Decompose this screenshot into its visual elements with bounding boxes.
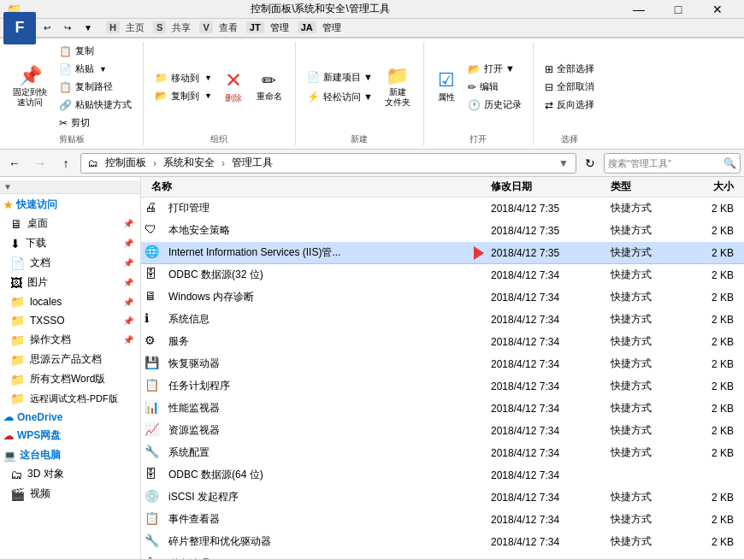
file-size: 2 KB [681, 536, 741, 548]
col-size-header[interactable]: 大小 [681, 180, 741, 194]
file-row[interactable]: ⚙服务2018/4/12 7:34快捷方式2 KB [141, 331, 744, 353]
paste-button[interactable]: 📄 粘贴 ▼ [55, 60, 136, 78]
col-type-header[interactable]: 类型 [604, 180, 681, 194]
move-to-button[interactable]: 📁 移动到 ▼ [151, 69, 216, 87]
sidebar-item-3d[interactable]: 🗂 3D 对象 [0, 464, 140, 484]
file-type: 快捷方式 [604, 401, 681, 416]
file-row[interactable]: 🛡本地安全策略2018/4/12 7:35快捷方式2 KB [141, 220, 744, 242]
sidebar-item-documents[interactable]: 📄 文档 📌 [0, 253, 140, 273]
sidebar-item-word-docs[interactable]: 📁 所有文档Word版 [0, 369, 140, 389]
copy-to-button[interactable]: 📂 复制到 ▼ [151, 87, 216, 105]
share-label-qat: S 共享 [153, 21, 191, 34]
maximize-button[interactable]: □ [658, 0, 698, 19]
properties-button[interactable]: ☑ 属性 [431, 63, 462, 111]
new-item-icon: 📄 [307, 71, 320, 83]
documents-label: 文档 [30, 256, 50, 270]
search-input[interactable] [608, 158, 722, 168]
3d-icon: 🗂 [10, 468, 22, 481]
new-item-button[interactable]: 📄 新建项目 ▼ [303, 68, 377, 86]
file-type: 快捷方式 [604, 534, 681, 549]
file-row[interactable]: 🖨打印管理2018/4/12 7:35快捷方式2 KB [141, 197, 744, 220]
badge-h: H [106, 21, 120, 33]
file-row[interactable]: 💾恢复驱动器2018/4/12 7:34快捷方式2 KB [141, 353, 744, 375]
back-button[interactable]: ← [3, 152, 26, 174]
refresh-button[interactable]: ↻ [580, 153, 600, 174]
up-button[interactable]: ↑ [55, 152, 77, 174]
open-icon: 📂 [468, 63, 481, 75]
paste-shortcut-button[interactable]: 🔗 粘贴快捷方式 [55, 96, 136, 114]
this-pc-label: 这台电脑 [20, 448, 61, 463]
forward-button[interactable]: → [29, 152, 51, 174]
file-row[interactable]: 🗄ODBC 数据源(64 位)2018/4/12 7:34 [141, 464, 744, 486]
file-date: 2018/4/12 7:34 [484, 269, 604, 281]
file-row[interactable]: 🔧系统配置2018/4/12 7:34快捷方式2 KB [141, 442, 744, 464]
path-system-security[interactable]: 系统和安全 [160, 154, 218, 172]
file-row[interactable]: 🔧碎片整理和优化驱动器2018/4/12 7:34快捷方式2 KB [141, 531, 744, 553]
path-manage-tools[interactable]: 管理工具 [228, 154, 276, 172]
sidebar-item-txsso[interactable]: 📁 TXSSO 📌 [0, 311, 140, 330]
edit-label: 编辑 [480, 80, 499, 93]
sidebar-collapse[interactable]: ▼ [3, 182, 12, 192]
cut-button[interactable]: ✂ 剪切 [55, 114, 136, 132]
new-folder-button[interactable]: 📁 新建文件夹 [379, 62, 416, 112]
pin-button[interactable]: 📌 固定到快速访问 [7, 62, 53, 112]
minimize-button[interactable]: — [619, 0, 658, 19]
select-all-button[interactable]: ⊞ 全部选择 [540, 60, 599, 78]
open-btn[interactable]: 📂 打开 ▼ [464, 60, 526, 78]
history-button[interactable]: 🕐 历史记录 [464, 96, 526, 114]
quick-access-label: H 主页 [106, 21, 145, 34]
sidebar-item-siyuan[interactable]: 📁 思源云产品文档 [0, 350, 140, 369]
file-row[interactable]: 📈资源监视器2018/4/12 7:34快捷方式2 KB [141, 420, 744, 442]
col-date-header[interactable]: 修改日期 [484, 180, 604, 194]
open-buttons: ☑ 属性 📂 打开 ▼ ✏ 编辑 🕐 历史记录 [431, 42, 526, 132]
copy-path-button[interactable]: 📋 复制路径 [55, 78, 136, 96]
file-row[interactable]: 🗄ODBC 数据源(32 位)2018/4/12 7:34快捷方式2 KB [141, 264, 744, 286]
quick-access-header[interactable]: ★ 快速访问 [0, 194, 140, 214]
wps-header[interactable]: ☁ WPS网盘 [0, 425, 140, 445]
sidebar-item-pictures[interactable]: 🖼 图片 📌 [0, 273, 140, 292]
sidebar-item-downloads[interactable]: ⬇ 下载 📌 [0, 233, 140, 253]
file-row[interactable]: 📋任务计划程序2018/4/12 7:34快捷方式2 KB [141, 375, 744, 398]
sidebar-item-desktop[interactable]: 🖥 桌面 📌 [0, 214, 140, 233]
close-button[interactable]: ✕ [698, 0, 737, 19]
copy-button[interactable]: 📋 复制 [55, 42, 136, 60]
file-name: iSCSI 发起程序 [165, 490, 484, 504]
sidebar-item-locales[interactable]: 📁 locales 📌 [0, 292, 140, 311]
file-menu-button[interactable]: F [3, 12, 36, 44]
copy-to-icon: 📂 [155, 90, 168, 102]
properties-icon: ☑ [438, 71, 455, 90]
file-row[interactable]: 📋事件查看器2018/4/12 7:34快捷方式2 KB [141, 509, 744, 531]
file-row[interactable]: 🗑磁盘清理2018/4/12 7:34 [141, 553, 744, 559]
file-name: 系统信息 [165, 312, 484, 327]
easy-access-button[interactable]: ⚡ 轻松访问 ▼ [303, 88, 377, 106]
title-bar-controls: — □ ✕ [619, 0, 737, 19]
file-row[interactable]: ℹ系统信息2018/4/12 7:34快捷方式2 KB [141, 309, 744, 331]
delete-button[interactable]: ✕ 删除 [218, 63, 249, 111]
onedrive-header[interactable]: ☁ OneDrive [0, 408, 140, 425]
file-row[interactable]: 💿iSCSI 发起程序2018/4/12 7:34快捷方式2 KB [141, 486, 744, 509]
edit-button[interactable]: ✏ 编辑 [464, 78, 526, 96]
rename-button[interactable]: ✏ 重命名 [251, 63, 288, 111]
qat-dropdown[interactable]: ▼ [79, 20, 97, 37]
sidebar-item-remote-docs[interactable]: 📁 远程调试文档-PDF版 [0, 389, 140, 408]
file-size: 2 KB [681, 425, 741, 437]
file-row[interactable]: 📊性能监视器2018/4/12 7:34快捷方式2 KB [141, 398, 744, 420]
file-type: 快捷方式 [604, 379, 681, 393]
file-row[interactable]: 🖥Windows 内存诊断2018/4/12 7:34快捷方式2 KB [141, 286, 744, 309]
file-row[interactable]: 🌐Internet Information Services (IIS)管...… [141, 242, 744, 264]
this-pc-header[interactable]: 💻 这台电脑 [0, 445, 140, 464]
sidebar-item-operate-docs[interactable]: 📁 操作文档 📌 [0, 330, 140, 350]
search-box[interactable]: 🔍 [604, 153, 741, 174]
file-icon: 🗄 [145, 267, 162, 284]
sidebar-item-videos[interactable]: 🎬 视频 [0, 484, 140, 504]
qat-forward[interactable]: ↪ [58, 20, 77, 37]
col-name-header[interactable]: 名称 [145, 180, 484, 194]
invert-select-button[interactable]: ⇄ 反向选择 [540, 96, 599, 114]
file-type: 快捷方式 [604, 312, 681, 327]
select-none-button[interactable]: ⊟ 全部取消 [540, 78, 599, 96]
ribbon-group-select: ⊞ 全部选择 ⊟ 全部取消 ⇄ 反向选择 选择 [534, 42, 605, 145]
qat-back[interactable]: ↩ [38, 20, 56, 37]
file-name-wrapper: 🖥Windows 内存诊断 [145, 289, 484, 306]
path-control-panel[interactable]: 控制面板 [102, 154, 150, 172]
file-name: 事件查看器 [165, 512, 484, 527]
